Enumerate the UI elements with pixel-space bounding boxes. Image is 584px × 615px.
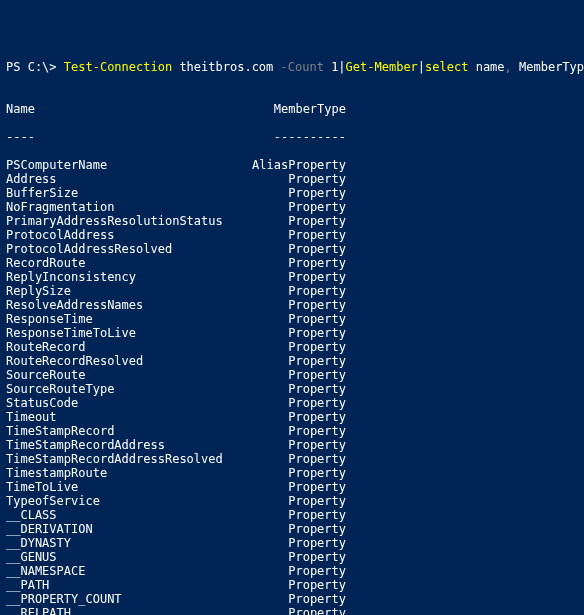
table-row: __DERIVATIONProperty xyxy=(6,522,578,536)
row-name: PSComputerName xyxy=(6,158,246,172)
row-name: SourceRouteType xyxy=(6,382,246,396)
row-membertype: Property xyxy=(246,592,346,606)
row-membertype: Property xyxy=(246,410,346,424)
row-membertype: Property xyxy=(246,228,346,242)
table-row: ReplySizeProperty xyxy=(6,284,578,298)
row-name: ReplySize xyxy=(6,284,246,298)
table-row: TimeoutProperty xyxy=(6,410,578,424)
table-row: TimeStampRecordAddressProperty xyxy=(6,438,578,452)
table-row: ResponseTimeProperty xyxy=(6,312,578,326)
table-row: ProtocolAddressResolvedProperty xyxy=(6,242,578,256)
table-row: TimeToLiveProperty xyxy=(6,480,578,494)
divider-name: ---- xyxy=(6,130,246,144)
row-name: RecordRoute xyxy=(6,256,246,270)
row-name: TimeStampRecordAddress xyxy=(6,438,246,452)
row-membertype: Property xyxy=(246,578,346,592)
row-membertype: AliasProperty xyxy=(246,158,346,172)
table-row: __DYNASTYProperty xyxy=(6,536,578,550)
row-name: ResponseTimeToLive xyxy=(6,326,246,340)
table-row: SourceRouteTypeProperty xyxy=(6,382,578,396)
row-name: TimeStampRecord xyxy=(6,424,246,438)
table-row: TimestampRouteProperty xyxy=(6,466,578,480)
row-name: __GENUS xyxy=(6,550,246,564)
table-row: NoFragmentationProperty xyxy=(6,200,578,214)
table-row: PSComputerNameAliasProperty xyxy=(6,158,578,172)
row-name: ProtocolAddressResolved xyxy=(6,242,246,256)
row-name: Address xyxy=(6,172,246,186)
cmdlet-select: select xyxy=(425,60,468,74)
table-row: TypeofServiceProperty xyxy=(6,494,578,508)
row-membertype: Property xyxy=(246,214,346,228)
row-membertype: Property xyxy=(246,340,346,354)
table-row: __NAMESPACEProperty xyxy=(6,564,578,578)
row-membertype: Property xyxy=(246,522,346,536)
row-membertype: Property xyxy=(246,550,346,564)
row-name: TimeToLive xyxy=(6,480,246,494)
row-name: TimeStampRecordAddressResolved xyxy=(6,452,246,466)
table-row: RouteRecordProperty xyxy=(6,340,578,354)
argument-membertype: MemberType xyxy=(512,60,584,74)
row-name: BufferSize xyxy=(6,186,246,200)
row-membertype: Property xyxy=(246,256,346,270)
table-row: SourceRouteProperty xyxy=(6,368,578,382)
row-membertype: Property xyxy=(246,424,346,438)
row-name: __DYNASTY xyxy=(6,536,246,550)
row-membertype: Property xyxy=(246,494,346,508)
row-membertype: Property xyxy=(246,466,346,480)
divider-membertype: ---------- xyxy=(246,130,346,144)
table-row: PrimaryAddressResolutionStatusProperty xyxy=(6,214,578,228)
row-membertype: Property xyxy=(246,536,346,550)
row-membertype: Property xyxy=(246,382,346,396)
row-membertype: Property xyxy=(246,298,346,312)
row-name: ReplyInconsistency xyxy=(6,270,246,284)
row-membertype: Property xyxy=(246,452,346,466)
row-name: ResolveAddressNames xyxy=(6,298,246,312)
pipe-1: | xyxy=(338,60,345,74)
cmdlet-get-member: Get-Member xyxy=(346,60,418,74)
row-name: __PATH xyxy=(6,578,246,592)
table-row: ResponseTimeToLiveProperty xyxy=(6,326,578,340)
comma-separator: , xyxy=(505,60,512,74)
argument-name: name xyxy=(468,60,504,74)
row-membertype: Property xyxy=(246,312,346,326)
row-name: __DERIVATION xyxy=(6,522,246,536)
row-name: __NAMESPACE xyxy=(6,564,246,578)
table-row: __PROPERTY_COUNTProperty xyxy=(6,592,578,606)
row-name: __CLASS xyxy=(6,508,246,522)
row-name: ProtocolAddress xyxy=(6,228,246,242)
row-membertype: Property xyxy=(246,326,346,340)
row-membertype: Property xyxy=(246,606,346,615)
row-membertype: Property xyxy=(246,186,346,200)
prompt-prefix: PS C:\> xyxy=(6,60,64,74)
row-membertype: Property xyxy=(246,242,346,256)
row-name: RouteRecordResolved xyxy=(6,354,246,368)
row-name: StatusCode xyxy=(6,396,246,410)
table-row: __RELPATHProperty xyxy=(6,606,578,615)
row-name: SourceRoute xyxy=(6,368,246,382)
header-name: Name xyxy=(6,102,246,116)
cmdlet-test-connection: Test-Connection xyxy=(64,60,172,74)
table-row: ProtocolAddressProperty xyxy=(6,228,578,242)
row-name: TypeofService xyxy=(6,494,246,508)
row-membertype: Property xyxy=(246,438,346,452)
table-row: RouteRecordResolvedProperty xyxy=(6,354,578,368)
table-row: StatusCodeProperty xyxy=(6,396,578,410)
output-header-row: NameMemberType xyxy=(6,102,578,116)
row-name: __PROPERTY_COUNT xyxy=(6,592,246,606)
header-membertype: MemberType xyxy=(246,102,346,116)
row-membertype: Property xyxy=(246,564,346,578)
table-row: __CLASSProperty xyxy=(6,508,578,522)
pipe-2: | xyxy=(418,60,425,74)
row-membertype: Property xyxy=(246,508,346,522)
row-name: NoFragmentation xyxy=(6,200,246,214)
row-name: __RELPATH xyxy=(6,606,246,615)
output-divider-row: -------------- xyxy=(6,130,578,144)
row-membertype: Property xyxy=(246,368,346,382)
param-count: -Count xyxy=(281,60,332,74)
table-row: BufferSizeProperty xyxy=(6,186,578,200)
row-name: RouteRecord xyxy=(6,340,246,354)
row-membertype: Property xyxy=(246,200,346,214)
command-prompt-line[interactable]: PS C:\> Test-Connection theitbros.com -C… xyxy=(6,60,578,74)
row-name: PrimaryAddressResolutionStatus xyxy=(6,214,246,228)
row-name: ResponseTime xyxy=(6,312,246,326)
